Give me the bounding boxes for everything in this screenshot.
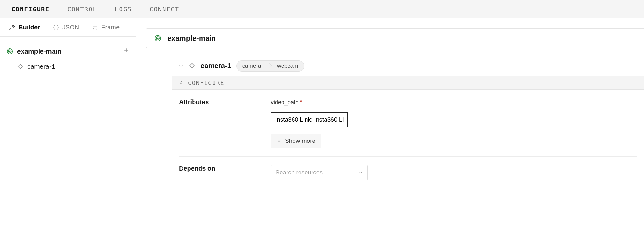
required-asterisk: * — [300, 98, 302, 105]
tree-child-row[interactable]: camera-1 — [0, 59, 136, 74]
add-resource-button[interactable] — [123, 47, 129, 55]
chevron-down-icon[interactable] — [178, 63, 183, 68]
configure-section-label: CONFIGURE — [188, 79, 225, 86]
configure-form: Attributes video_path* Show more — [172, 90, 644, 189]
chevron-down-icon — [277, 139, 281, 143]
frame-icon — [92, 24, 98, 31]
target-icon — [6, 48, 13, 55]
tree-root-row[interactable]: example-main — [0, 44, 136, 59]
target-icon — [154, 35, 162, 42]
resource-tree: example-main camera-1 — [0, 37, 136, 74]
tab-configure[interactable]: CONFIGURE — [11, 6, 50, 13]
content-header: example-main — [146, 28, 644, 48]
wrench-icon — [9, 24, 15, 31]
top-tab-bar: CONFIGURE CONTROL LOGS CONNECT — [0, 0, 644, 18]
svg-rect-7 — [189, 63, 195, 68]
braces-icon — [53, 24, 59, 31]
depends-on-select[interactable]: Search resources — [271, 165, 368, 180]
crumb-type: camera — [237, 61, 267, 71]
collapse-icon — [179, 80, 183, 85]
resource-header: camera-1 camera webcam — [172, 56, 644, 76]
tab-control[interactable]: CONTROL — [67, 6, 97, 13]
sidebar-tab-frame[interactable]: Frame — [92, 24, 120, 31]
show-more-label: Show more — [285, 137, 315, 144]
content-area: example-main camera-1 camera — [136, 18, 644, 252]
configure-section-bar[interactable]: CONFIGURE — [172, 76, 644, 90]
chevron-down-icon — [358, 170, 363, 175]
video-path-label: video_path* — [271, 98, 302, 106]
svg-rect-3 — [18, 64, 22, 69]
divider — [179, 156, 637, 157]
resource-type-breadcrumb[interactable]: camera webcam — [236, 60, 304, 72]
tree-root-label: example-main — [17, 47, 119, 55]
svg-point-2 — [9, 51, 10, 52]
tab-connect[interactable]: CONNECT — [150, 6, 179, 13]
depends-on-placeholder: Search resources — [276, 169, 323, 176]
sidebar-tab-json[interactable]: JSON — [53, 24, 79, 31]
depends-on-label: Depends on — [179, 165, 271, 180]
show-more-button[interactable]: Show more — [271, 134, 321, 148]
resource-panel: camera-1 camera webcam CONFIGURE — [159, 56, 644, 189]
attributes-label: Attributes — [179, 98, 271, 148]
sidebar-tab-builder-label: Builder — [18, 24, 40, 31]
crumb-model: webcam — [271, 61, 304, 71]
svg-point-6 — [158, 38, 158, 39]
resource-name: camera-1 — [201, 62, 231, 70]
sidebar-tab-builder[interactable]: Builder — [9, 24, 40, 31]
diamond-icon — [17, 63, 23, 70]
sidebar: Builder JSON Frame — [0, 18, 136, 252]
video-path-input[interactable] — [271, 112, 348, 127]
resource-card: camera-1 camera webcam CONFIGURE — [172, 56, 644, 189]
video-path-label-text: video_path — [271, 99, 299, 105]
sidebar-tab-bar: Builder JSON Frame — [0, 18, 136, 37]
content-header-title: example-main — [167, 34, 216, 43]
tree-child-label: camera-1 — [27, 63, 55, 70]
tab-logs[interactable]: LOGS — [115, 6, 132, 13]
sidebar-tab-json-label: JSON — [62, 24, 79, 31]
sidebar-tab-frame-label: Frame — [101, 24, 120, 31]
diamond-icon — [189, 62, 195, 69]
